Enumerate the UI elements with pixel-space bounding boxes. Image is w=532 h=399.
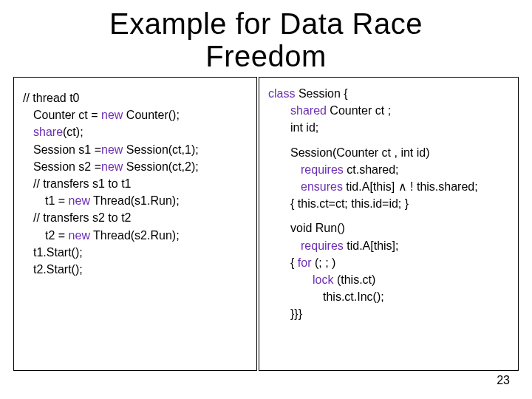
code-line: requires ct.shared;	[268, 161, 511, 178]
code-line: this.ct.Inc();	[268, 288, 511, 305]
code-line: int id;	[268, 119, 511, 136]
code-line: void Run()	[268, 219, 511, 236]
code-line: Counter ct = new Counter();	[23, 106, 249, 123]
left-code-box: // thread t0 Counter ct = new Counter();…	[13, 77, 257, 371]
code-line: }}}	[268, 305, 511, 322]
slide-title: Example for Data Race Freedom	[0, 0, 532, 77]
code-line: t2.Start();	[23, 261, 249, 278]
code-line: shared Counter ct ;	[268, 102, 511, 119]
code-line: t2 = new Thread(s2.Run);	[23, 227, 249, 244]
title-line-1: Example for Data Race	[0, 7, 532, 40]
slide: Example for Data Race Freedom // thread …	[0, 0, 532, 399]
code-line: Session s1 =new Session(ct,1);	[23, 141, 249, 158]
code-columns: // thread t0 Counter ct = new Counter();…	[13, 77, 519, 371]
code-line: { this.ct=ct; this.id=id; }	[268, 195, 511, 212]
code-line: t1.Start();	[23, 244, 249, 261]
code-line: { for (; ; )	[268, 254, 511, 271]
code-line: // transfers s2 to t2	[23, 209, 249, 226]
code-line: lock (this.ct)	[268, 271, 511, 288]
code-line: t1 = new Thread(s1.Run);	[23, 192, 249, 209]
title-line-2: Freedom	[0, 40, 532, 72]
code-line: share(ct);	[23, 123, 249, 140]
code-line: class Session {	[268, 85, 511, 102]
page-number: 23	[497, 374, 510, 387]
code-line: Session s2 =new Session(ct,2);	[23, 158, 249, 175]
code-line: Session(Counter ct , int id)	[268, 144, 511, 161]
code-line: // thread t0	[23, 89, 249, 106]
code-line: // transfers s1 to t1	[23, 175, 249, 192]
code-line: requires tid.A[this];	[268, 237, 511, 254]
code-line: ensures tid.A[this] ∧ ! this.shared;	[268, 178, 511, 195]
right-code-box: class Session { shared Counter ct ; int …	[259, 77, 519, 371]
